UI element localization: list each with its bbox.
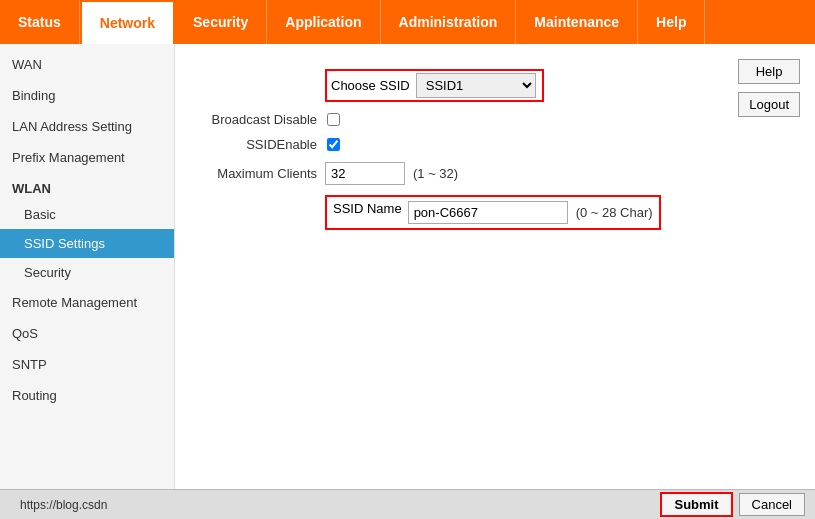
choose-ssid-row: Choose SSID SSID1 SSID2 SSID3 SSID4 xyxy=(195,69,795,102)
ssid-name-label: SSID Name xyxy=(333,201,402,216)
ssid-name-row: SSID Name (0 ~ 28 Char) xyxy=(195,195,795,230)
broadcast-disable-label: Broadcast Disable xyxy=(195,112,325,127)
ssid-name-input[interactable] xyxy=(408,201,568,224)
ssid-name-spacer xyxy=(195,195,325,199)
sidebar-item-remote-mgmt[interactable]: Remote Management xyxy=(0,287,174,318)
sidebar-item-lan-address[interactable]: LAN Address Setting xyxy=(0,111,174,142)
main-layout: WAN Binding LAN Address Setting Prefix M… xyxy=(0,44,815,489)
sidebar-group-wlan: WLAN xyxy=(0,173,174,200)
sidebar-item-qos[interactable]: QoS xyxy=(0,318,174,349)
ssid-enable-row: SSIDEnable xyxy=(195,137,795,152)
nav-help[interactable]: Help xyxy=(638,0,705,44)
sidebar-item-binding[interactable]: Binding xyxy=(0,80,174,111)
nav-status[interactable]: Status xyxy=(0,0,80,44)
ssid-name-wrapper: SSID Name (0 ~ 28 Char) xyxy=(325,195,661,230)
ssid-settings-form: Choose SSID SSID1 SSID2 SSID3 SSID4 Broa… xyxy=(195,69,795,230)
ssid-enable-checkbox[interactable] xyxy=(327,138,340,151)
nav-administration[interactable]: Administration xyxy=(381,0,517,44)
bottom-bar: https://blog.csdn Submit Cancel xyxy=(0,489,815,519)
top-navigation: Status Network Security Application Admi… xyxy=(0,0,815,44)
max-clients-input[interactable] xyxy=(325,162,405,185)
sidebar: WAN Binding LAN Address Setting Prefix M… xyxy=(0,44,175,489)
bottom-url: https://blog.csdn xyxy=(10,498,654,512)
nav-application[interactable]: Application xyxy=(267,0,380,44)
right-buttons: Help Logout xyxy=(738,59,800,117)
broadcast-disable-checkbox[interactable] xyxy=(327,113,340,126)
ssid-enable-label: SSIDEnable xyxy=(195,137,325,152)
cancel-button[interactable]: Cancel xyxy=(739,493,805,516)
choose-ssid-wrapper: Choose SSID SSID1 SSID2 SSID3 SSID4 xyxy=(325,69,544,102)
sidebar-item-prefix[interactable]: Prefix Management xyxy=(0,142,174,173)
nav-security[interactable]: Security xyxy=(175,0,267,44)
broadcast-disable-row: Broadcast Disable xyxy=(195,112,795,127)
nav-maintenance[interactable]: Maintenance xyxy=(516,0,638,44)
sidebar-item-ssid-settings[interactable]: SSID Settings xyxy=(0,229,174,258)
max-clients-hint: (1 ~ 32) xyxy=(413,166,458,181)
logout-button[interactable]: Logout xyxy=(738,92,800,117)
choose-ssid-label: Choose SSID xyxy=(331,78,410,93)
sidebar-item-wan[interactable]: WAN xyxy=(0,49,174,80)
ssid-name-right: (0 ~ 28 Char) xyxy=(408,201,653,224)
sidebar-item-basic[interactable]: Basic xyxy=(0,200,174,229)
ssid-select[interactable]: SSID1 SSID2 SSID3 SSID4 xyxy=(416,73,536,98)
help-button[interactable]: Help xyxy=(738,59,800,84)
sidebar-item-security[interactable]: Security xyxy=(0,258,174,287)
sidebar-item-routing[interactable]: Routing xyxy=(0,380,174,411)
content-area: Help Logout Choose SSID SSID1 SSID2 SSID… xyxy=(175,44,815,489)
submit-button[interactable]: Submit xyxy=(660,492,732,517)
ssid-name-hint: (0 ~ 28 Char) xyxy=(576,205,653,220)
nav-network[interactable]: Network xyxy=(80,0,175,44)
sidebar-item-sntp[interactable]: SNTP xyxy=(0,349,174,380)
max-clients-row: Maximum Clients (1 ~ 32) xyxy=(195,162,795,185)
max-clients-label: Maximum Clients xyxy=(195,166,325,181)
